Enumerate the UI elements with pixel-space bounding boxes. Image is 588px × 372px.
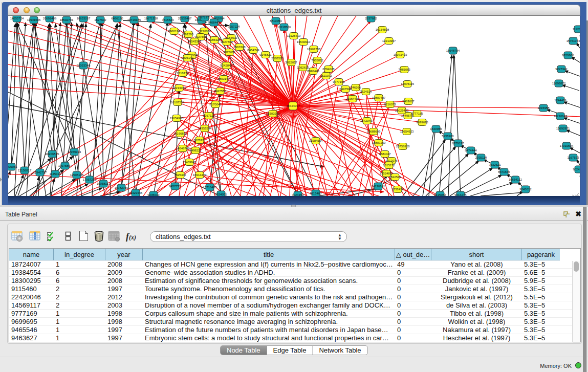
svg-text:12942737: 12942737 [33,171,47,174]
svg-text:12975115: 12975115 [401,82,415,85]
svg-text:10653267: 10653267 [77,17,91,20]
svg-text:9699695: 9699695 [416,121,428,124]
svg-text:9777169: 9777169 [411,112,423,115]
svg-text:18300295: 18300295 [266,112,280,115]
svg-text:9474444: 9474444 [465,149,477,152]
svg-text:16961758: 16961758 [307,48,321,51]
svg-text:9245012: 9245012 [519,188,532,191]
svg-text:2588520: 2588520 [271,57,284,60]
svg-text:13640910: 13640910 [297,40,311,43]
svg-text:9408443: 9408443 [208,21,220,24]
svg-text:1167533: 1167533 [568,156,580,159]
svg-text:19931606: 19931606 [27,18,41,21]
svg-text:15692971: 15692971 [556,127,570,130]
svg-text:9329966: 9329966 [562,54,574,57]
svg-text:17359934: 17359934 [68,150,81,154]
svg-text:10973493: 10973493 [394,53,407,56]
svg-text:12505135: 12505135 [70,173,84,177]
svg-text:13218506: 13218506 [277,26,291,29]
svg-text:9896142: 9896142 [181,56,193,59]
svg-text:16648784: 16648784 [446,49,460,52]
svg-text:12213369: 12213369 [172,86,186,90]
svg-text:19654985: 19654985 [170,117,184,120]
svg-text:1244419: 1244419 [554,99,567,102]
svg-text:6794028: 6794028 [322,68,335,71]
svg-text:20691406: 20691406 [43,17,57,20]
svg-text:6466160: 6466160 [111,17,123,20]
svg-text:13125419: 13125419 [287,34,301,37]
svg-text:15720407: 15720407 [360,119,374,122]
svg-text:19384554: 19384554 [309,139,323,142]
svg-text:7632621: 7632621 [489,163,501,166]
svg-text:2718170: 2718170 [177,72,189,75]
svg-text:8170041: 8170041 [209,103,222,106]
svg-text:7515524: 7515524 [162,18,174,21]
svg-text:9684047: 9684047 [379,152,391,156]
svg-text:2522541: 2522541 [389,176,401,179]
svg-text:9227342: 9227342 [555,68,568,71]
svg-text:8186328: 8186328 [208,38,221,41]
svg-text:8813054: 8813054 [270,19,282,23]
svg-text:8960124: 8960124 [168,30,180,33]
svg-text:2637682: 2637682 [365,17,377,20]
svg-text:19975857: 19975857 [58,164,72,167]
svg-text:18807269: 18807269 [372,141,386,144]
svg-text:13226058: 13226058 [198,30,211,33]
svg-text:20756928: 20756928 [396,145,410,148]
svg-text:2967608: 2967608 [233,46,246,49]
svg-text:17010504: 17010504 [560,144,574,147]
svg-text:9463627: 9463627 [402,100,415,103]
svg-text:1621072: 1621072 [320,74,332,77]
svg-text:1215958: 1215958 [537,106,550,110]
svg-text:15716485: 15716485 [203,186,217,189]
svg-text:7485063: 7485063 [398,68,410,71]
svg-text:9146821: 9146821 [259,53,272,56]
svg-text:16154808: 16154808 [376,28,389,31]
svg-text:10210643: 10210643 [554,115,568,118]
svg-text:891295: 891295 [183,33,194,36]
svg-text:7625402: 7625402 [174,173,186,177]
svg-text:9777169: 9777169 [333,80,345,83]
svg-text:20206535: 20206535 [46,152,59,156]
svg-text:3822037: 3822037 [285,61,297,64]
svg-text:1733426: 1733426 [391,188,404,191]
svg-text:2803144: 2803144 [217,77,230,80]
svg-text:10807487: 10807487 [372,96,386,99]
svg-text:15409945: 15409945 [183,161,197,164]
svg-text:8267110: 8267110 [203,114,215,117]
svg-text:3624514: 3624514 [360,90,372,93]
svg-text:8471676: 8471676 [498,170,510,173]
svg-text:12213967: 12213967 [382,39,396,42]
svg-text:18724007: 18724007 [286,104,300,107]
svg-text:2935114: 2935114 [475,156,488,159]
svg-text:10719185: 10719185 [127,18,141,21]
svg-text:15751074: 15751074 [567,39,580,42]
svg-text:19166825: 19166825 [173,132,187,135]
svg-text:14353594: 14353594 [198,127,212,130]
svg-text:5972371: 5972371 [199,16,211,19]
svg-text:9327503: 9327503 [221,40,233,43]
svg-text:7955812: 7955812 [311,59,323,62]
svg-text:1112083: 1112083 [573,28,580,31]
svg-text:12093872: 12093872 [552,82,566,85]
svg-text:8990448: 8990448 [307,70,319,73]
svg-text:5938923: 5938923 [442,135,454,138]
svg-text:17957253: 17957253 [83,178,97,181]
svg-text:10958117: 10958117 [97,182,111,185]
svg-text:6379197: 6379197 [452,142,464,145]
svg-text:4498222: 4498222 [189,149,202,152]
svg-text:1615172: 1615172 [383,164,395,167]
svg-text:14136141: 14136141 [372,185,385,188]
svg-text:6216073: 6216073 [384,103,396,106]
svg-text:1527602: 1527602 [94,18,106,21]
svg-text:20053346: 20053346 [77,64,91,67]
svg-text:12156817: 12156817 [18,169,32,172]
svg-text:8427552: 8427552 [214,90,226,93]
svg-text:1362615: 1362615 [297,66,309,69]
svg-text:3875685: 3875685 [223,51,235,54]
svg-text:1145193: 1145193 [50,172,62,176]
svg-text:19046748: 19046748 [176,147,190,150]
svg-text:14055724: 14055724 [10,17,24,20]
svg-text:18502701: 18502701 [60,18,74,21]
svg-text:12323446: 12323446 [129,191,143,194]
